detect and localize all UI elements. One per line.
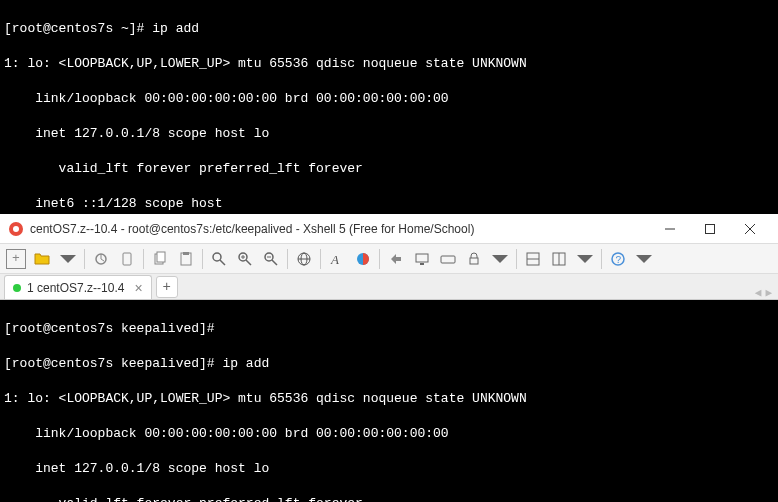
screen-button[interactable] bbox=[410, 247, 434, 271]
colors-button[interactable] bbox=[351, 247, 375, 271]
svg-line-20 bbox=[272, 260, 277, 265]
separator bbox=[320, 249, 321, 269]
svg-rect-11 bbox=[183, 252, 189, 255]
terminal-line: inet 127.0.0.1/8 scope host lo bbox=[4, 125, 774, 143]
terminal-line: 1: lo: <LOOPBACK,UP,LOWER_UP> mtu 65536 … bbox=[4, 55, 774, 73]
help-button[interactable]: ? bbox=[606, 247, 630, 271]
dropdown-icon[interactable] bbox=[632, 247, 656, 271]
tab-label: 1 centOS7.z--10.4 bbox=[27, 281, 124, 295]
status-dot-icon bbox=[13, 284, 21, 292]
keyboard-button[interactable] bbox=[436, 247, 460, 271]
top-terminal-output[interactable]: [root@centos7s ~]# ip add 1: lo: <LOOPBA… bbox=[0, 0, 778, 214]
svg-point-12 bbox=[213, 253, 221, 261]
zoom-in-button[interactable] bbox=[233, 247, 257, 271]
separator bbox=[379, 249, 380, 269]
maximize-button[interactable] bbox=[690, 215, 730, 243]
new-session-button[interactable]: + bbox=[4, 247, 28, 271]
svg-text:?: ? bbox=[616, 255, 622, 266]
window-title: centOS7.z--10.4 - root@centos7s:/etc/kee… bbox=[30, 222, 650, 236]
tab-next-button[interactable]: ▶ bbox=[765, 286, 772, 299]
window-titlebar: centOS7.z--10.4 - root@centos7s:/etc/kee… bbox=[0, 214, 778, 244]
svg-line-17 bbox=[246, 260, 251, 265]
split-vertical-button[interactable] bbox=[547, 247, 571, 271]
separator bbox=[601, 249, 602, 269]
close-button[interactable] bbox=[730, 215, 770, 243]
globe-button[interactable] bbox=[292, 247, 316, 271]
copy-button[interactable] bbox=[148, 247, 172, 271]
terminal-line: 1: lo: <LOOPBACK,UP,LOWER_UP> mtu 65536 … bbox=[4, 390, 774, 408]
dropdown-icon[interactable] bbox=[56, 247, 80, 271]
dropdown-icon[interactable] bbox=[573, 247, 597, 271]
font-button[interactable]: A bbox=[325, 247, 349, 271]
bottom-terminal-output[interactable]: [root@centos7s keepalived]# [root@centos… bbox=[0, 300, 778, 502]
svg-rect-31 bbox=[470, 258, 478, 264]
new-tab-button[interactable]: + bbox=[156, 276, 178, 298]
terminal-line: [root@centos7s ~]# ip add bbox=[4, 20, 774, 38]
terminal-line: valid_lft forever preferred_lft forever bbox=[4, 160, 774, 178]
split-horizontal-button[interactable] bbox=[521, 247, 545, 271]
svg-rect-9 bbox=[157, 252, 165, 262]
svg-line-13 bbox=[220, 260, 225, 265]
reconnect-button[interactable] bbox=[89, 247, 113, 271]
minimize-button[interactable] bbox=[650, 215, 690, 243]
zoom-out-button[interactable] bbox=[259, 247, 283, 271]
svg-rect-3 bbox=[706, 224, 715, 233]
disconnect-button[interactable] bbox=[115, 247, 139, 271]
terminal-line: [root@centos7s keepalived]# ip add bbox=[4, 355, 774, 373]
tab-bar: 1 centOS7.z--10.4 × + ◀ ▶ bbox=[0, 274, 778, 300]
separator bbox=[143, 249, 144, 269]
terminal-line: inet6 ::1/128 scope host bbox=[4, 195, 774, 213]
paste-button[interactable] bbox=[174, 247, 198, 271]
terminal-line: link/loopback 00:00:00:00:00:00 brd 00:0… bbox=[4, 90, 774, 108]
dropdown-icon[interactable] bbox=[488, 247, 512, 271]
tab-close-button[interactable]: × bbox=[134, 280, 142, 296]
transfer-button[interactable] bbox=[384, 247, 408, 271]
svg-rect-26 bbox=[416, 254, 428, 262]
lock-button[interactable] bbox=[462, 247, 486, 271]
separator bbox=[202, 249, 203, 269]
separator bbox=[516, 249, 517, 269]
open-button[interactable] bbox=[30, 247, 54, 271]
app-icon bbox=[8, 221, 24, 237]
terminal-line: [root@centos7s keepalived]# bbox=[4, 320, 774, 338]
terminal-line: valid_lft forever preferred_lft forever bbox=[4, 495, 774, 502]
tab-navigation: ◀ ▶ bbox=[755, 286, 772, 299]
terminal-line: link/loopback 00:00:00:00:00:00 brd 00:0… bbox=[4, 425, 774, 443]
separator bbox=[84, 249, 85, 269]
terminal-line: inet 127.0.0.1/8 scope host lo bbox=[4, 460, 774, 478]
find-button[interactable] bbox=[207, 247, 231, 271]
svg-rect-7 bbox=[123, 253, 131, 265]
tab-prev-button[interactable]: ◀ bbox=[755, 286, 762, 299]
svg-text:A: A bbox=[330, 252, 339, 267]
svg-point-1 bbox=[13, 226, 19, 232]
separator bbox=[287, 249, 288, 269]
svg-rect-28 bbox=[441, 256, 455, 263]
toolbar: + A ? bbox=[0, 244, 778, 274]
session-tab[interactable]: 1 centOS7.z--10.4 × bbox=[4, 275, 152, 299]
window-controls bbox=[650, 215, 770, 243]
